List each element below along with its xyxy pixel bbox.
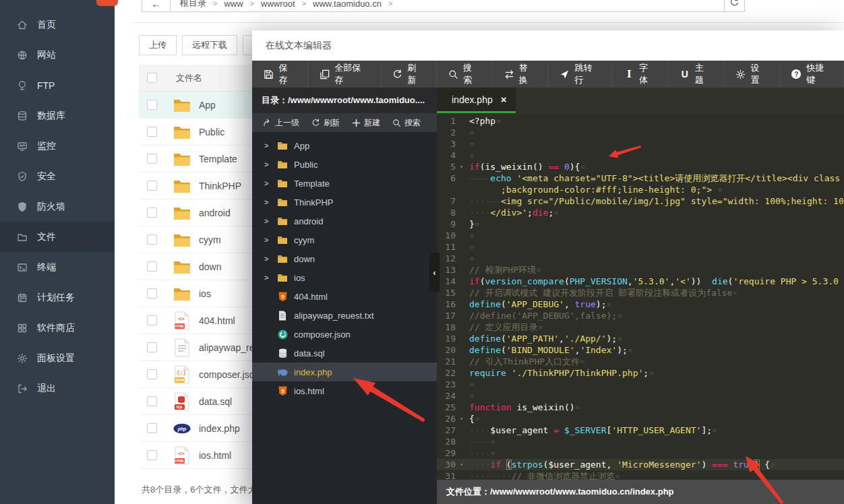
tree-tool-up-level[interactable]: 上一级	[263, 117, 299, 129]
svg-text:{;}: {;}	[177, 370, 187, 376]
tree-list: >App>Public>Template>ThinkPHP>android>cy…	[252, 132, 437, 504]
svg-text:5: 5	[281, 294, 284, 300]
sidebar-item-label: FTP	[37, 80, 55, 91]
sidebar-item-home[interactable]: 首页	[0, 9, 115, 40]
sidebar-item-store[interactable]: 软件商店	[0, 313, 115, 343]
tree-file-index-php[interactable]: index.php	[252, 363, 437, 381]
toolbar-hotkeys-button[interactable]: ?快捷键	[780, 61, 844, 88]
store-icon	[16, 322, 28, 334]
up-level-icon	[263, 119, 272, 127]
row-checkbox[interactable]	[147, 154, 157, 164]
fold-marker-icon[interactable]: ▾	[460, 459, 463, 470]
row-checkbox[interactable]	[147, 342, 157, 352]
chevron-right-icon[interactable]: >	[264, 274, 271, 282]
row-checkbox[interactable]	[147, 261, 157, 272]
row-checkbox[interactable]	[147, 423, 157, 433]
select-all-checkbox[interactable]	[147, 73, 157, 83]
row-checkbox[interactable]	[147, 127, 157, 137]
tree-collapse-handle[interactable]: ‹	[429, 253, 440, 292]
tab-index-php[interactable]: index.php ×	[437, 88, 516, 113]
code-area[interactable]: 1<?php¤2¤3¤4¤5▾if(is_weixin() == 0){¤6——…	[437, 113, 844, 480]
fold-marker-icon[interactable]: ▾	[460, 413, 463, 424]
sidebar-item-cron[interactable]: 计划任务	[0, 282, 115, 313]
row-checkbox[interactable]	[147, 288, 157, 298]
toolbar-save-button[interactable]: 保存	[252, 61, 308, 88]
file-list-summary: 共8个目录，6个文件，文件大小	[142, 484, 265, 496]
tree-file-ios-html[interactable]: 5ios.html	[252, 381, 437, 400]
tree-tool-search[interactable]: 搜索	[392, 117, 421, 129]
tree-folder-down[interactable]: >down	[252, 249, 437, 268]
close-tab-icon[interactable]: ×	[501, 94, 507, 105]
chevron-right-icon[interactable]: >	[264, 179, 271, 187]
row-checkbox[interactable]	[147, 181, 157, 191]
toolbar-goto-line-button[interactable]: 跳转行	[548, 61, 612, 88]
sidebar-item-site[interactable]: 网站	[0, 40, 115, 70]
sidebar-item-files[interactable]: 文件	[0, 222, 115, 252]
tree-file-composer-json[interactable]: composer.json	[252, 325, 437, 344]
svg-text:JSON: JSON	[175, 378, 184, 382]
row-checkbox[interactable]	[147, 396, 157, 406]
sidebar-notification-badge	[96, 0, 118, 6]
tree-folder-android[interactable]: >android	[252, 212, 437, 230]
chevron-right-icon[interactable]: >	[264, 141, 271, 150]
tree-folder-cyym[interactable]: >cyym	[252, 230, 437, 249]
chevron-right-icon[interactable]: >	[264, 236, 271, 244]
refresh-button[interactable]	[724, 0, 744, 11]
tree-file-alipaywap_reuest-txt[interactable]: alipaywap_reuest.txt	[252, 306, 437, 325]
breadcrumb-item[interactable]: www	[224, 0, 243, 9]
tree-folder-thinkphp[interactable]: >ThinkPHP	[252, 193, 437, 212]
chevron-right-icon[interactable]: >	[264, 217, 271, 225]
sidebar-item-panel-settings[interactable]: 面板设置	[0, 343, 115, 373]
row-checkbox[interactable]	[147, 315, 157, 325]
toolbar-replace-button[interactable]: 替换	[492, 61, 548, 88]
row-checkbox[interactable]	[147, 208, 157, 218]
sidebar-item-ftp[interactable]: FTP	[0, 70, 115, 100]
breadcrumb-item[interactable]: 根目录	[180, 0, 206, 9]
tree-folder-app[interactable]: >App	[252, 136, 437, 155]
tree-folder-template[interactable]: >Template	[252, 174, 437, 193]
sidebar-item-database[interactable]: 数据库	[0, 100, 115, 131]
sidebar-item-security[interactable]: 安全	[0, 161, 115, 191]
row-checkbox[interactable]	[147, 450, 157, 460]
file-tree-panel: 目录：/www/wwwroot/www.taomiduo.... 上一级刷新新建…	[252, 88, 437, 504]
toolbar-font-button[interactable]: I字体	[612, 61, 668, 88]
toolbar-button-label: 跳转行	[575, 62, 601, 86]
upload-button[interactable]: 上传	[139, 35, 177, 55]
theme-icon: U	[680, 69, 690, 80]
tree-tool-refresh[interactable]: 刷新	[311, 117, 340, 129]
fold-marker-icon[interactable]: ▾	[460, 161, 463, 172]
code-text: ········// 非微信浏览器禁止浏览¤	[464, 470, 844, 480]
chevron-right-icon[interactable]: >	[264, 160, 271, 168]
toolbar-button-label: 全部保存	[334, 62, 369, 86]
row-checkbox[interactable]	[147, 234, 157, 245]
tree-folder-public[interactable]: >Public	[252, 155, 437, 174]
toolbar-refresh-button[interactable]: 刷新	[381, 61, 437, 88]
chevron-right-icon[interactable]: >	[264, 255, 271, 263]
site-icon	[16, 49, 28, 61]
toolbar-save-all-button[interactable]: 全部保存	[308, 61, 381, 88]
breadcrumb-item[interactable]: www.taomiduo.cn	[313, 0, 382, 9]
row-checkbox[interactable]	[147, 369, 157, 379]
sidebar-item-terminal[interactable]: 终端	[0, 252, 115, 282]
tree-folder-ios[interactable]: >ios	[252, 268, 437, 287]
sidebar-item-firewall[interactable]: 防火墙	[0, 191, 115, 222]
code-line: 26▾{¤	[437, 413, 844, 424]
line-number: 27	[437, 424, 464, 436]
svg-text:5: 5	[281, 388, 284, 394]
line-number: 8	[437, 207, 464, 218]
toolbar-settings-button[interactable]: 设置	[724, 61, 780, 88]
toolbar-theme-button[interactable]: U主题	[668, 61, 724, 88]
file-name: ios.html	[199, 450, 231, 461]
sidebar-item-logout[interactable]: 退出	[0, 373, 115, 404]
page-divider	[132, 22, 844, 23]
back-button[interactable]: ←	[142, 0, 171, 11]
sidebar-item-monitor[interactable]: 监控	[0, 131, 115, 161]
toolbar-search-button[interactable]: 搜索	[437, 61, 493, 88]
row-checkbox[interactable]	[147, 100, 157, 110]
tree-file-404-html[interactable]: 5404.html	[252, 287, 437, 306]
chevron-right-icon[interactable]: >	[264, 198, 271, 206]
remote-download-button[interactable]: 远程下载	[182, 35, 237, 55]
breadcrumb-item[interactable]: wwwroot	[261, 0, 295, 9]
tree-tool-new[interactable]: 新建	[352, 117, 380, 129]
tree-file-data-sql[interactable]: data.sql	[252, 344, 437, 363]
